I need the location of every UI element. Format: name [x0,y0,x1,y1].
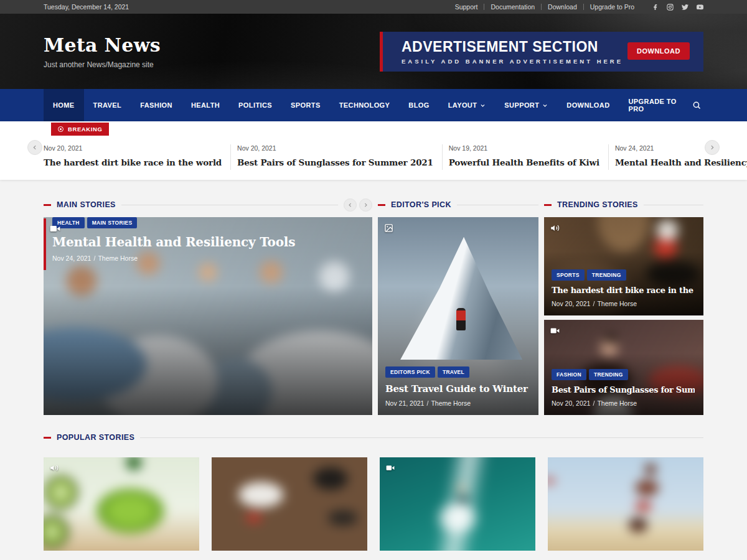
facebook-icon[interactable] [652,4,659,11]
chevron-left-icon [347,202,353,208]
post-author: Theme Horse [431,399,471,407]
popular-stories-grid: HEALTH POPULAR STORIES Powerful Health B… [44,457,703,560]
section-header-editors-pick: EDITOR'S PICK [378,198,538,211]
divider [457,205,538,205]
nav-item-fashion[interactable]: FASHION [131,89,182,121]
video-camera-icon [386,464,395,472]
post-date: Nov 20, 2021 [237,144,433,152]
nav-item-politics[interactable]: POLITICS [229,89,281,121]
nav-item-layout[interactable]: LAYOUT [439,89,496,121]
section-dash [44,437,51,439]
main-navigation: HOME TRAVEL FASHION HEALTH POLITICS SPOR… [0,89,747,121]
ticker-items: Nov 20, 2021 The hardest dirt bike race … [44,144,703,170]
post-title[interactable]: The hardest dirt bike race in the world [552,286,695,295]
section-dash [44,204,51,206]
post-meta: Nov 21, 2021/Theme Horse [385,399,530,407]
site-branding: Meta News Just another News/Magazine sit… [44,34,161,69]
section-dash [378,204,385,206]
nav-item-support[interactable]: SUPPORT [495,89,557,121]
nav-item-health[interactable]: HEALTH [182,89,229,121]
nav-item-upgrade-to-pro[interactable]: UPGRADE TO PRO [619,89,690,121]
post-thumbnail[interactable] [44,457,199,551]
section-title: EDITOR'S PICK [391,200,451,209]
category-badge[interactable]: TRAVEL [438,366,469,378]
section-header-main-stories: MAIN STORIES [44,198,372,211]
topbar-link-download[interactable]: Download [548,3,577,11]
trending-card[interactable]: FASHION TRENDING Best Pairs of Sunglasse… [544,320,703,415]
category-badge[interactable]: FASHION [552,369,586,380]
chevron-left-icon [32,144,38,151]
speaker-icon [550,223,560,233]
post-date: Nov 21, 2021 [385,399,424,407]
post-title[interactable]: Powerful Health Benefits of Kiwi [449,157,599,167]
category-badge[interactable]: SPORTS [552,269,585,281]
post-title[interactable]: Best Pairs of Sunglasses for Summer 2021 [237,157,433,167]
site-header: Meta News Just another News/Magazine sit… [0,14,747,89]
section-title: TRENDING STORIES [557,200,638,209]
category-badge[interactable]: EDITORS PICK [385,366,435,378]
site-tagline: Just another News/Magazine site [44,60,161,69]
popular-card: POPULAR STORIES SPORTS Township Board of… [380,457,535,560]
post-date: Nov 19, 2021 [449,144,599,152]
post-title[interactable]: Mental Health and Resiliency Tools [615,157,747,167]
post-title[interactable]: Best Travel Guide to Winter Tour [385,383,530,394]
topbar-link-upgrade[interactable]: Upgrade to Pro [590,3,634,11]
nav-item-home[interactable]: HOME [44,89,84,121]
nav-item-sports[interactable]: SPORTS [281,89,330,121]
divider [541,4,542,10]
site-title[interactable]: Meta News [44,34,161,56]
youtube-icon[interactable] [697,4,703,11]
trending-card[interactable]: SPORTS TRENDING The hardest dirt bike ra… [544,217,703,315]
popular-card: HEALTH POPULAR STORIES Powerful Health B… [44,457,199,560]
main-stories-prev-button[interactable] [344,198,357,212]
post-thumbnail[interactable] [548,457,703,551]
advertisement-banner[interactable]: ADVERTISEMENT SECTION EASILY ADD BANNER … [380,32,703,72]
video-camera-icon [50,223,60,234]
main-stories-next-button[interactable] [359,198,372,212]
category-badge[interactable]: MAIN STORIES [87,217,138,228]
chevron-down-icon [542,103,548,108]
breaking-badge[interactable]: BREAKING [51,123,109,136]
nav-item-download[interactable]: DOWNLOAD [557,89,619,121]
ad-download-button[interactable]: DOWNLOAD [627,42,690,60]
main-story-card[interactable]: HEALTH MAIN STORIES Mental Health and Re… [44,217,372,415]
ad-subtitle: EASILY ADD BANNER ADVERTISEMENT HERE [402,58,623,65]
post-thumbnail[interactable] [380,457,535,551]
post-title[interactable]: The hardest dirt bike race in the world [44,157,222,167]
topbar-link-support[interactable]: Support [455,3,478,11]
section-title: MAIN STORIES [57,200,116,209]
post-author: Theme Horse [597,399,637,407]
section-header-popular: POPULAR STORIES [44,431,703,444]
speaker-icon [50,464,59,472]
ticker-item[interactable]: Nov 19, 2021 Powerful Health Benefits of… [442,144,608,170]
section-header-trending: TRENDING STORIES [544,198,703,211]
image-icon [384,223,393,233]
category-badge[interactable]: TRENDING [587,269,626,281]
hiker-figure [456,308,466,330]
post-date: Nov 20, 2021 [44,144,222,152]
instagram-icon[interactable] [667,4,674,11]
divider [140,437,703,438]
popular-card: HEALTH POPULAR STORIES 25 reasons runnin… [548,457,703,560]
section-title: POPULAR STORIES [57,433,134,442]
divider [583,4,584,10]
topbar-link-documentation[interactable]: Documentation [491,3,535,11]
video-camera-icon [550,326,560,335]
ticker-item[interactable]: Nov 20, 2021 The hardest dirt bike race … [44,144,230,170]
post-author: Theme Horse [98,254,138,262]
chevron-right-icon [709,144,715,151]
ticker-item[interactable]: Nov 20, 2021 Best Pairs of Sunglasses fo… [230,144,442,170]
post-title[interactable]: Mental Health and Resiliency Tools [52,235,364,250]
nav-item-travel[interactable]: TRAVEL [84,89,131,121]
editors-pick-card[interactable]: EDITORS PICK TRAVEL Best Travel Guide to… [378,217,538,415]
ticker-next-button[interactable] [705,140,720,155]
search-button[interactable] [690,89,703,121]
ticker-item[interactable]: Nov 24, 2021 Mental Health and Resilienc… [608,144,747,170]
post-title[interactable]: Best Pairs of Sunglasses for Summer 2021 [552,385,695,394]
category-badge[interactable]: TRENDING [589,369,628,380]
ticker-prev-button[interactable] [27,140,42,155]
nav-item-blog[interactable]: BLOG [399,89,438,121]
post-thumbnail[interactable] [212,457,367,551]
twitter-icon[interactable] [682,4,688,11]
nav-item-technology[interactable]: TECHNOLOGY [330,89,400,121]
